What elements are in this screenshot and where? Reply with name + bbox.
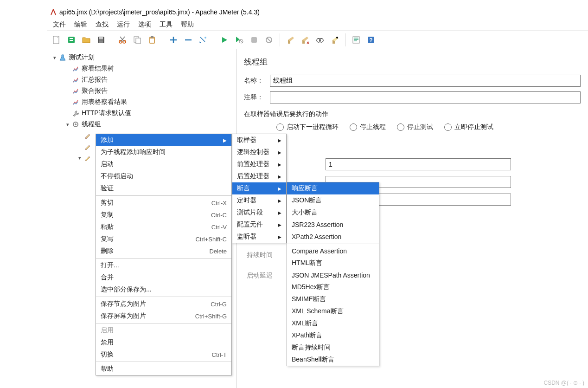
help-button[interactable]: ?: [364, 33, 377, 46]
ctx2-config[interactable]: 配置元件▶: [232, 219, 286, 231]
ctx-start-no-pause[interactable]: 不停顿启动: [96, 170, 231, 182]
toolbar-separator: [109, 33, 112, 46]
radio-icon: [350, 123, 357, 131]
collapse-button[interactable]: [182, 33, 195, 46]
ctx3-beanshell-assertion[interactable]: BeanShell断言: [287, 354, 379, 366]
menu-run[interactable]: 运行: [113, 19, 134, 30]
ctx3-xpath-assertion[interactable]: XPath断言: [287, 330, 379, 342]
menu-help[interactable]: 帮助: [177, 19, 198, 30]
save-button[interactable]: [95, 33, 108, 46]
ctx-cut[interactable]: 剪切Ctrl-X: [96, 197, 231, 209]
threads-input[interactable]: [326, 158, 511, 170]
stop-button[interactable]: [248, 33, 261, 46]
error-action-radios: 启动下一进程循环 停止线程 停止测试 立即停止测试: [276, 123, 581, 131]
expand-button[interactable]: [167, 33, 180, 46]
menu-options[interactable]: 选项: [134, 19, 155, 30]
ctx3-jsr223-assertion[interactable]: JSR223 Assertion: [287, 219, 379, 231]
radio-stop-now[interactable]: 立即停止测试: [444, 123, 493, 131]
ctx-disable[interactable]: 禁用: [96, 336, 231, 349]
ctx-start[interactable]: 启动: [96, 158, 231, 170]
tree-item-label: 线程组: [82, 120, 101, 129]
chevron-down-icon[interactable]: ▾: [76, 155, 83, 161]
menu-edit[interactable]: 编辑: [70, 19, 91, 30]
name-input[interactable]: [270, 75, 581, 87]
ctx3-xpath2-assertion[interactable]: XPath2 Assertion: [287, 231, 379, 243]
chevron-down-icon[interactable]: ▾: [64, 122, 71, 128]
tree-item[interactable]: HTTP请求默认值: [49, 108, 236, 119]
paste-button[interactable]: [146, 33, 159, 46]
menubar[interactable]: 文件 编辑 查找 运行 选项 工具 帮助: [47, 19, 588, 31]
ctx3-response-assertion[interactable]: 响应断言: [287, 182, 379, 194]
ctx3-compare-assertion[interactable]: Compare Assertion: [287, 245, 379, 257]
open-button[interactable]: [80, 33, 93, 46]
copy-button[interactable]: [131, 33, 144, 46]
ctx3-json-assertion[interactable]: JSON断言: [287, 194, 379, 207]
ctx3-duration-assertion[interactable]: 断言持续时间: [287, 342, 379, 354]
ctx-help[interactable]: 帮助: [96, 363, 231, 375]
ctx2-logic[interactable]: 逻辑控制器▶: [232, 146, 286, 158]
ctx2-fragment[interactable]: 测试片段▶: [232, 207, 286, 219]
tree-item[interactable]: 汇总报告: [49, 74, 236, 85]
templates-button[interactable]: [65, 33, 78, 46]
ctx-add-think-time[interactable]: 为子线程添加响应时间: [96, 146, 231, 158]
tree-item[interactable]: 用表格察看结果: [49, 97, 236, 108]
ctx-save-node-image[interactable]: 保存节点为图片Ctrl-G: [96, 298, 231, 310]
tree-root[interactable]: ▾ 测试计划: [49, 52, 236, 63]
function-helper-button[interactable]: [350, 33, 363, 46]
wrench-icon: [71, 109, 80, 117]
tree-item-label: 聚合报告: [82, 87, 108, 95]
ctx2-timer[interactable]: 定时器▶: [232, 194, 286, 207]
ctx3-md5-assertion[interactable]: MD5Hex断言: [287, 281, 379, 293]
ctx-toggle[interactable]: 切换Ctrl-T: [96, 349, 231, 361]
ctx-add[interactable]: 添加▶: [96, 134, 231, 146]
tree-item[interactable]: 察看结果树: [49, 63, 236, 74]
ctx3-smime-assertion[interactable]: SMIME断言: [287, 293, 379, 305]
tree-item[interactable]: 聚合报告: [49, 85, 236, 97]
ctx2-preprocessor[interactable]: 前置处理器▶: [232, 158, 286, 170]
start-no-timers-button[interactable]: [233, 33, 246, 46]
radio-continue[interactable]: 启动下一进程循环: [276, 123, 339, 131]
ctx-paste[interactable]: 粘贴Ctrl-V: [96, 221, 231, 233]
ctx-copy[interactable]: 复制Ctrl-C: [96, 209, 231, 221]
context-menu-2[interactable]: 取样器▶ 逻辑控制器▶ 前置处理器▶ 后置处理器▶ 断言▶ 定时器▶ 测试片段▶…: [232, 134, 287, 243]
ctx-save-screen-image[interactable]: 保存屏幕为图片Ctrl+Shift-G: [96, 310, 231, 322]
ctx2-assertion[interactable]: 断言▶: [232, 182, 286, 194]
ctx2-postprocessor[interactable]: 后置处理器▶: [232, 170, 286, 182]
clear-all-button[interactable]: [299, 33, 312, 46]
ctx-validate[interactable]: 验证: [96, 182, 231, 194]
new-button[interactable]: [50, 33, 63, 46]
menu-tools[interactable]: 工具: [156, 19, 176, 30]
menu-file[interactable]: 文件: [49, 19, 70, 30]
radio-stop-test[interactable]: 停止测试: [397, 123, 433, 131]
chevron-down-icon[interactable]: ▾: [51, 55, 58, 61]
radio-stop-thread[interactable]: 停止线程: [350, 123, 386, 131]
ctx-merge[interactable]: 合并: [96, 272, 231, 284]
chart-icon: [71, 76, 80, 84]
ctx-duplicate[interactable]: 复写Ctrl+Shift-C: [96, 233, 231, 245]
tree-thread-group[interactable]: ▾ 线程组: [49, 119, 236, 130]
ctx2-listener[interactable]: 监听器▶: [232, 231, 286, 243]
chart-icon: [71, 65, 80, 73]
menu-separator: [96, 297, 231, 297]
clear-button[interactable]: [284, 33, 297, 46]
ctx3-html-assertion[interactable]: HTML断言: [287, 257, 379, 269]
toggle-button[interactable]: [197, 33, 210, 46]
error-action-label: 在取样器错误后要执行的动作: [244, 110, 581, 118]
ctx3-xmlschema-assertion[interactable]: XML Schema断言: [287, 305, 379, 317]
ctx3-jmespath-assertion[interactable]: JSON JMESPath Assertion: [287, 269, 379, 281]
ctx2-sampler[interactable]: 取样器▶: [232, 134, 286, 146]
context-menu-1[interactable]: 添加▶ 为子线程添加响应时间 启动 不停顿启动 验证 剪切Ctrl-X 复制Ct…: [96, 134, 232, 375]
comment-input[interactable]: [270, 91, 581, 103]
menu-search[interactable]: 查找: [92, 19, 112, 30]
ctx-open[interactable]: 打开...: [96, 259, 231, 272]
start-button[interactable]: [218, 33, 231, 46]
reset-search-button[interactable]: [328, 33, 341, 46]
cut-button[interactable]: [116, 33, 129, 46]
ctx-delete[interactable]: 删除Delete: [96, 245, 231, 257]
ctx-save-selection[interactable]: 选中部分保存为...: [96, 284, 231, 296]
search-button[interactable]: [313, 33, 326, 46]
ctx3-size-assertion[interactable]: 大小断言: [287, 207, 379, 219]
context-menu-3[interactable]: 响应断言 JSON断言 大小断言 JSR223 Assertion XPath2…: [287, 182, 379, 366]
ctx3-xml-assertion[interactable]: XML断言: [287, 317, 379, 330]
shutdown-button[interactable]: [262, 33, 275, 46]
